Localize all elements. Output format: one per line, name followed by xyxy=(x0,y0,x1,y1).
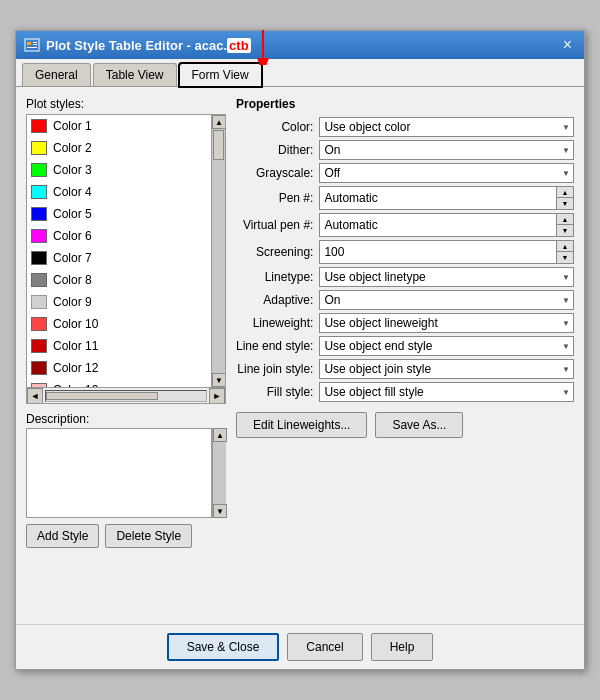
tab-table-view[interactable]: Table View xyxy=(93,63,177,86)
dither-select[interactable]: On xyxy=(319,140,574,160)
list-item[interactable]: Color 6 xyxy=(27,225,211,247)
screening-up-btn[interactable]: ▲ xyxy=(557,241,573,252)
add-style-button[interactable]: Add Style xyxy=(26,524,99,548)
line-end-select-wrapper: Use object end style xyxy=(319,336,574,356)
description-textarea[interactable] xyxy=(26,428,212,518)
pen-input[interactable] xyxy=(320,187,556,209)
desc-scroll-down[interactable]: ▼ xyxy=(213,504,227,518)
color-swatch-11 xyxy=(31,339,47,353)
list-item[interactable]: Color 5 xyxy=(27,203,211,225)
h-scroll-thumb[interactable] xyxy=(46,392,158,400)
color-list[interactable]: Color 1 Color 2 Color 3 xyxy=(27,115,211,387)
color-swatch-12 xyxy=(31,361,47,375)
delete-style-button[interactable]: Delete Style xyxy=(105,524,192,548)
properties-grid: Color: Use object color Dither: On xyxy=(236,117,574,402)
left-panel: Plot styles: Color 1 Color 2 xyxy=(26,97,226,614)
screening-down-btn[interactable]: ▼ xyxy=(557,252,573,263)
list-item[interactable]: Color 12 xyxy=(27,357,211,379)
list-item[interactable]: Color 13 xyxy=(27,379,211,387)
dither-prop-label: Dither: xyxy=(236,143,313,157)
desc-scroll-track[interactable] xyxy=(213,442,226,504)
h-scroll-track[interactable] xyxy=(45,390,207,402)
list-item[interactable]: Color 2 xyxy=(27,137,211,159)
lineweight-select[interactable]: Use object lineweight xyxy=(319,313,574,333)
color-label-7: Color 7 xyxy=(53,251,92,265)
color-swatch-5 xyxy=(31,207,47,221)
list-item[interactable]: Color 1 xyxy=(27,115,211,137)
properties-heading: Properties xyxy=(236,97,574,111)
list-item[interactable]: Color 11 xyxy=(27,335,211,357)
pen-down-btn[interactable]: ▼ xyxy=(557,198,573,209)
pen-up-btn[interactable]: ▲ xyxy=(557,187,573,198)
scroll-down-btn[interactable]: ▼ xyxy=(212,373,225,387)
line-join-select[interactable]: Use object join style xyxy=(319,359,574,379)
svg-rect-6 xyxy=(27,47,37,48)
edit-lineweights-button[interactable]: Edit Lineweights... xyxy=(236,412,367,438)
content-area: Plot styles: Color 1 Color 2 xyxy=(16,87,584,624)
save-close-button[interactable]: Save & Close xyxy=(167,633,280,661)
color-swatch-3 xyxy=(31,163,47,177)
color-swatch-8 xyxy=(31,273,47,287)
fill-style-select[interactable]: Use object fill style xyxy=(319,382,574,402)
linetype-select[interactable]: Use object linetype xyxy=(319,267,574,287)
title-bar: Plot Style Table Editor - acac.ctb × xyxy=(16,31,584,59)
color-swatch-6 xyxy=(31,229,47,243)
desc-scrollbar[interactable]: ▲ ▼ xyxy=(212,428,226,518)
color-label-4: Color 4 xyxy=(53,185,92,199)
dither-select-wrapper: On xyxy=(319,140,574,160)
plot-styles-label: Plot styles: xyxy=(26,97,226,111)
tab-form-view[interactable]: Form View xyxy=(179,63,262,87)
screening-input[interactable] xyxy=(320,241,556,263)
scroll-up-btn[interactable]: ▲ xyxy=(212,115,225,129)
scroll-track[interactable] xyxy=(212,129,225,373)
color-select[interactable]: Use object color xyxy=(319,117,574,137)
save-as-button[interactable]: Save As... xyxy=(375,412,463,438)
line-join-prop-label: Line join style: xyxy=(236,362,313,376)
color-label-12: Color 12 xyxy=(53,361,98,375)
close-button[interactable]: × xyxy=(559,37,576,53)
desc-scroll-up[interactable]: ▲ xyxy=(213,428,227,442)
tabs-bar: General Table View Form View xyxy=(16,59,584,87)
grayscale-select[interactable]: Off xyxy=(319,163,574,183)
linetype-select-wrapper: Use object linetype xyxy=(319,267,574,287)
list-item[interactable]: Color 3 xyxy=(27,159,211,181)
adaptive-select-wrapper: On xyxy=(319,290,574,310)
scroll-thumb[interactable] xyxy=(213,130,224,160)
fill-style-select-wrapper: Use object fill style xyxy=(319,382,574,402)
linetype-prop-label: Linetype: xyxy=(236,270,313,284)
list-item[interactable]: Color 9 xyxy=(27,291,211,313)
vpen-down-btn[interactable]: ▼ xyxy=(557,225,573,236)
color-swatch-4 xyxy=(31,185,47,199)
vpen-spinner: ▲ ▼ xyxy=(319,213,574,237)
line-end-select[interactable]: Use object end style xyxy=(319,336,574,356)
list-item[interactable]: Color 4 xyxy=(27,181,211,203)
color-select-wrapper: Use object color xyxy=(319,117,574,137)
svg-rect-4 xyxy=(33,42,37,43)
color-list-container: Color 1 Color 2 Color 3 xyxy=(26,114,226,404)
list-item[interactable]: Color 8 xyxy=(27,269,211,291)
title-prefix: Plot Style Table Editor - acac. xyxy=(46,38,227,53)
help-button[interactable]: Help xyxy=(371,633,434,661)
action-buttons-row: Edit Lineweights... Save As... xyxy=(236,412,574,438)
scroll-left-btn[interactable]: ◄ xyxy=(27,388,43,404)
vpen-input[interactable] xyxy=(320,214,556,236)
screening-spinner: ▲ ▼ xyxy=(319,240,574,264)
color-swatch-2 xyxy=(31,141,47,155)
app-icon xyxy=(24,37,40,53)
vertical-scrollbar[interactable]: ▲ ▼ xyxy=(211,115,225,387)
adaptive-select[interactable]: On xyxy=(319,290,574,310)
cancel-button[interactable]: Cancel xyxy=(287,633,362,661)
vpen-up-btn[interactable]: ▲ xyxy=(557,214,573,225)
list-item[interactable]: Color 7 xyxy=(27,247,211,269)
color-label-9: Color 9 xyxy=(53,295,92,309)
svg-rect-5 xyxy=(33,44,37,45)
scroll-right-btn[interactable]: ► xyxy=(209,388,225,404)
horizontal-scrollbar[interactable]: ◄ ► xyxy=(27,387,225,403)
color-label-11: Color 11 xyxy=(53,339,98,353)
list-item[interactable]: Color 10 xyxy=(27,313,211,335)
fill-style-prop-label: Fill style: xyxy=(236,385,313,399)
color-swatch-9 xyxy=(31,295,47,309)
tab-general[interactable]: General xyxy=(22,63,91,86)
title-text: Plot Style Table Editor - acac.ctb xyxy=(46,38,251,53)
description-area: Description: ▲ ▼ xyxy=(26,412,226,518)
